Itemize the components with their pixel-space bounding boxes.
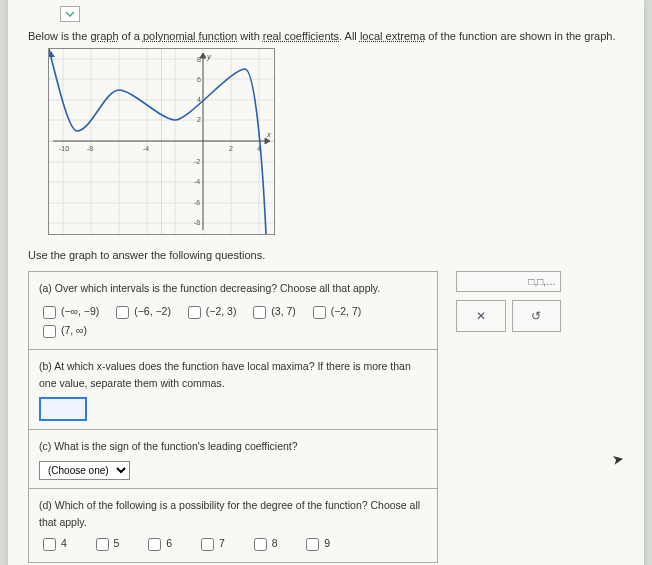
svg-text:6: 6 xyxy=(197,76,201,83)
svg-text:-8: -8 xyxy=(87,145,93,152)
intro-text: Below is the graph of a polynomial funct… xyxy=(28,30,624,42)
qd-opt-6[interactable]: 6 xyxy=(144,537,172,549)
qd-opt-5[interactable]: 5 xyxy=(92,537,120,549)
svg-text:2: 2 xyxy=(229,145,233,152)
svg-text:-4: -4 xyxy=(143,145,149,152)
side-tools: □,□,… ✕ ↺ xyxy=(456,271,561,332)
function-graph: -10 -8 -4 2 4 -2 -4 -6 -8 2 4 6 8 y x xyxy=(48,48,275,235)
qa-opt-5[interactable]: (−2, 7) xyxy=(309,305,362,317)
term-graph[interactable]: graph xyxy=(90,30,118,42)
svg-text:4: 4 xyxy=(197,96,201,103)
worksheet-page: Below is the graph of a polynomial funct… xyxy=(8,0,644,565)
question-d: (d) Which of the following is a possibil… xyxy=(29,489,438,563)
qc-select[interactable]: (Choose one) xyxy=(39,461,130,480)
svg-text:-10: -10 xyxy=(59,145,69,152)
svg-text:y: y xyxy=(206,52,212,61)
question-a: (a) Over which intervals is the function… xyxy=(29,272,438,350)
svg-text:-6: -6 xyxy=(194,199,200,206)
qa-opt-2[interactable]: (−6, −2) xyxy=(112,305,171,317)
cursor-icon: ➤ xyxy=(611,450,626,468)
svg-text:8: 8 xyxy=(197,56,201,63)
qd-opt-7[interactable]: 7 xyxy=(197,537,225,549)
qd-opt-4[interactable]: 4 xyxy=(39,537,67,549)
question-c: (c) What is the sign of the function's l… xyxy=(29,430,438,489)
term-real-coeff[interactable]: real coefficients xyxy=(263,30,339,42)
qa-options: (−∞, −9) (−6, −2) (−2, 3) (3, 7) (−2, 7)… xyxy=(39,303,427,341)
qd-opt-9[interactable]: 9 xyxy=(302,537,330,549)
subheading: Use the graph to answer the following qu… xyxy=(28,249,624,261)
svg-text:2: 2 xyxy=(197,116,201,123)
qb-input[interactable] xyxy=(39,397,87,421)
qa-opt-1[interactable]: (−∞, −9) xyxy=(39,305,99,317)
clear-button[interactable]: ✕ xyxy=(456,300,506,332)
question-table: (a) Over which intervals is the function… xyxy=(28,271,438,563)
list-format-button[interactable]: □,□,… xyxy=(456,271,561,292)
svg-text:-8: -8 xyxy=(194,219,200,226)
qa-opt-3[interactable]: (−2, 3) xyxy=(184,305,237,317)
qa-opt-6[interactable]: (7, ∞) xyxy=(39,324,87,336)
term-polynomial[interactable]: polynomial function xyxy=(143,30,237,42)
qd-opt-8[interactable]: 8 xyxy=(250,537,278,549)
term-local-extrema[interactable]: local extrema xyxy=(360,30,425,42)
qa-opt-4[interactable]: (3, 7) xyxy=(249,305,295,317)
reset-button[interactable]: ↺ xyxy=(512,300,562,332)
question-b: (b) At which x-values does the function … xyxy=(29,349,438,430)
svg-text:-4: -4 xyxy=(194,178,200,185)
svg-text:-2: -2 xyxy=(194,158,200,165)
svg-text:x: x xyxy=(266,130,272,139)
collapse-toggle[interactable] xyxy=(60,6,80,22)
